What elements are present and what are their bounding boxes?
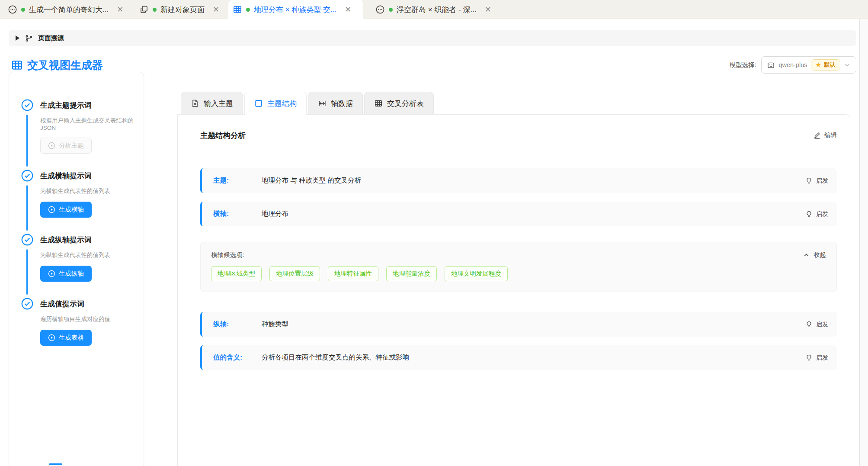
step-title: 生成横轴提示词 — [40, 171, 92, 181]
chat-icon — [375, 5, 385, 14]
play-circle-icon — [48, 206, 55, 213]
steps-sidebar: 生成主题提示词 根据用户输入主题生成交叉表结构的JSON 分析主题 生成横轴提示… — [9, 72, 144, 466]
generate-xaxis-button[interactable]: 生成横轴 — [40, 202, 92, 218]
step-desc: 根据用户输入主题生成交叉表结构的JSON — [40, 117, 135, 131]
lightbulb-icon — [805, 210, 813, 218]
row-yaxis: 纵轴: 种族类型 启发 — [200, 312, 837, 337]
generate-yaxis-button[interactable]: 生成纵轴 — [40, 266, 92, 282]
candidate-tag[interactable]: 地理区域类型 — [211, 266, 262, 281]
check-circle-icon — [21, 234, 33, 246]
play-circle-icon — [48, 142, 55, 149]
card-header: 主题结构分析 编辑 — [178, 115, 850, 156]
analyze-topic-button[interactable]: 分析主题 — [40, 138, 92, 154]
tab-topic-structure[interactable]: 主题结构 — [244, 92, 307, 115]
lightbulb-icon — [805, 177, 813, 184]
row-xaxis: 横轴: 地理分布 启发 — [200, 202, 837, 226]
chevron-up-icon — [803, 251, 810, 259]
popup-remnant — [267, 0, 362, 5]
vertical-scrollbar[interactable] — [859, 19, 868, 466]
browser-tab-title: 浮空群岛 × 织能者 - 深... — [397, 5, 477, 15]
row-value: 地理分布 与 种族类型 的交叉分析 — [262, 176, 361, 185]
step-analyze-topic: 生成主题提示词 根据用户输入主题生成交叉表结构的JSON 分析主题 — [21, 99, 135, 154]
pencil-icon — [814, 132, 821, 139]
candidate-tag[interactable]: 地理位置层级 — [269, 266, 320, 281]
model-select-label: 模型选择: — [729, 61, 756, 69]
step-title: 生成主题提示词 — [40, 100, 92, 110]
model-name: qwen-plus — [778, 61, 807, 68]
step-desc: 遍历横轴项目生成对应的值 — [40, 315, 135, 323]
page-trace-bar[interactable]: 页面溯源 — [9, 30, 856, 46]
robot-icon — [767, 61, 775, 69]
generate-table-button[interactable]: 生成表格 — [40, 330, 92, 346]
check-circle-icon — [21, 170, 33, 182]
caret-right-icon — [16, 35, 19, 41]
main-area: 输入主题 主题结构 轴数据 — [177, 92, 850, 466]
step-desc: 为纵轴生成代表性的值列表 — [40, 251, 135, 259]
browser-tab-4[interactable]: 浮空群岛 × 织能者 - 深... ✕ — [371, 0, 496, 19]
lightbulb-icon — [805, 354, 813, 361]
step-generate-yaxis: 生成纵轴提示词 为纵轴生成代表性的值列表 生成纵轴 — [21, 234, 135, 282]
row-label: 横轴: — [213, 209, 262, 219]
git-branch-icon — [25, 34, 33, 42]
check-circle-icon — [21, 298, 33, 310]
candidate-tag[interactable]: 地理能量浓度 — [386, 266, 437, 281]
card-body: 主题: 地理分布 与 种族类型 的交叉分析 启发 横轴: 地理分布 — [178, 156, 850, 370]
table-icon — [233, 5, 242, 14]
row-label: 值的含义: — [213, 353, 262, 362]
browser-tab-title: 地理分布 × 种族类型 交... — [254, 5, 336, 15]
inspire-button[interactable]: 启发 — [805, 177, 828, 185]
candidate-tags: 地理区域类型 地理位置层级 地理特征属性 地理能量浓度 地理文明发展程度 — [211, 266, 826, 281]
close-icon[interactable]: ✕ — [117, 6, 123, 13]
row-value: 分析各项目在两个维度交叉点的关系、特征或影响 — [262, 353, 409, 362]
row-label: 纵轴: — [213, 320, 262, 329]
model-select-dropdown[interactable]: qwen-plus ★ 默认 — [761, 56, 856, 74]
browser-tab-strip: 生成一个简单的奇幻大... ✕ 新建对象页面 ✕ 地理分布 × 种族类型 交..… — [0, 0, 868, 19]
inspire-button[interactable]: 启发 — [805, 354, 828, 362]
inspire-button[interactable]: 启发 — [805, 321, 828, 328]
lightbulb-icon — [805, 321, 813, 328]
document-icon — [191, 99, 199, 108]
chat-icon — [8, 5, 17, 14]
tab-input-topic[interactable]: 输入主题 — [181, 92, 243, 115]
tab-cross-table[interactable]: 交叉分析表 — [364, 92, 434, 115]
step-desc: 为横轴生成代表性的值列表 — [40, 187, 135, 195]
candidates-label: 横轴候选项: — [211, 251, 244, 259]
browser-tab-2[interactable]: 新建对象页面 ✕ — [135, 0, 224, 19]
row-label: 主题: — [213, 176, 262, 185]
unsaved-dot — [21, 8, 25, 12]
model-zone: 模型选择: qwen-plus ★ 默认 — [729, 56, 856, 74]
play-circle-icon — [48, 334, 55, 341]
star-icon: ★ — [816, 61, 821, 69]
trace-label: 页面溯源 — [38, 34, 64, 42]
xaxis-candidates-panel: 横轴候选项: 收起 地理区域类型 地理位置层级 地理特征属性 地理能量 — [200, 242, 837, 292]
bottom-blue-bar — [49, 463, 62, 465]
candidate-tag[interactable]: 地理特征属性 — [328, 266, 378, 281]
pages-icon — [139, 5, 149, 14]
card-title: 主题结构分析 — [200, 130, 246, 141]
row-topic: 主题: 地理分布 与 种族类型 的交叉分析 启发 — [200, 168, 837, 193]
browser-tab-1[interactable]: 生成一个简单的奇幻大... ✕ — [3, 0, 128, 19]
close-icon[interactable]: ✕ — [213, 6, 219, 13]
close-icon[interactable]: ✕ — [485, 6, 491, 13]
topic-structure-card: 主题结构分析 编辑 主题: 地理分布 与 种族类型 的交叉分析 — [177, 114, 850, 466]
candidate-tag[interactable]: 地理文明发展程度 — [445, 266, 508, 281]
check-circle-icon — [21, 99, 33, 111]
row-value-meaning: 值的含义: 分析各项目在两个维度交叉点的关系、特征或影响 启发 — [200, 345, 837, 370]
close-icon[interactable]: ✕ — [345, 6, 351, 13]
edit-button[interactable]: 编辑 — [814, 131, 837, 139]
default-badge: ★ 默认 — [811, 59, 840, 71]
square-outline-icon — [254, 99, 263, 108]
inspire-button[interactable]: 启发 — [805, 210, 828, 218]
content-tabbar: 输入主题 主题结构 轴数据 — [177, 92, 850, 115]
chevron-down-icon[interactable] — [844, 61, 851, 68]
row-value: 地理分布 — [262, 209, 288, 219]
tab-axis-data[interactable]: 轴数据 — [308, 92, 363, 115]
play-circle-icon — [48, 270, 55, 277]
row-value: 种族类型 — [262, 320, 288, 329]
unsaved-dot — [246, 8, 250, 12]
unsaved-dot — [153, 8, 157, 12]
browser-tab-title: 生成一个简单的奇幻大... — [29, 5, 109, 15]
collapse-button[interactable]: 收起 — [803, 251, 826, 259]
step-title: 生成值提示词 — [40, 299, 84, 309]
step-generate-xaxis: 生成横轴提示词 为横轴生成代表性的值列表 生成横轴 — [21, 170, 135, 218]
